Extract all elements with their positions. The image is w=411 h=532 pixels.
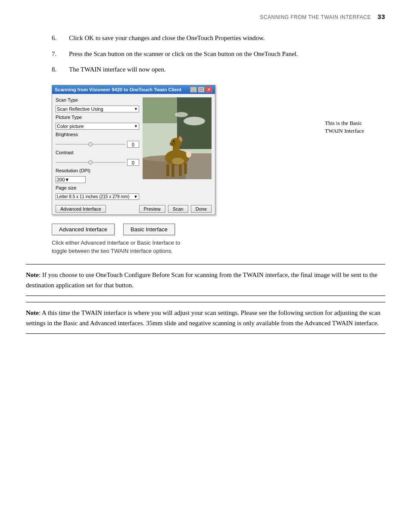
step-number-7: 7. [52,49,65,59]
brightness-slider-row: 0 [56,141,139,148]
step-number-6: 6. [52,33,65,43]
resolution-label: Resolution (DPI) [56,168,139,173]
steps-section: 6. Click OK to save your changes and clo… [52,33,385,75]
picture-type-label: Picture Type [56,115,139,120]
page-size-label: Page size [56,185,139,190]
note-text-1: : If you choose to use OneTouch Configur… [26,271,377,289]
picture-type-value: Color picture [57,124,84,129]
note-text-2: : A this time the TWAIN interface is whe… [26,309,380,327]
page-header: Scanning From the TWAIN Interface 33 [26,13,385,20]
step-text-7: Press the Scan button on the scanner or … [69,49,385,59]
chapter-title: Scanning From the TWAIN Interface [260,14,371,20]
note-box-1: Note: If you choose to use OneTouch Conf… [26,264,385,296]
page-size-arrow: ▼ [134,194,138,199]
svg-point-13 [174,140,175,141]
svg-rect-19 [184,163,187,174]
contrast-track[interactable] [56,162,125,163]
scan-type-value: Scan Reflective Using [57,106,103,112]
step-text-8: The TWAIN interface will now open. [69,65,385,75]
twain-window: Scanning from Visioneer 9420 to OneTouch… [52,85,215,215]
picture-type-select[interactable]: Color picture ▼ [56,123,139,130]
close-button[interactable]: ✕ [206,87,212,93]
step-8: 8. The TWAIN interface will now open. [52,65,385,75]
svg-point-3 [184,117,205,125]
minimize-button[interactable]: _ [190,87,197,93]
done-button[interactable]: Done [191,205,212,213]
twain-footer: Advanced Interface Preview Scan Done [52,203,215,215]
brightness-value[interactable]: 0 [127,141,139,148]
caption-line2: toggle between the two TWAIN interface o… [52,248,173,254]
basic-interface-button[interactable]: Basic Interface [123,224,175,235]
note-label-2: Note [26,309,39,316]
resolution-value: 200 [57,177,65,182]
scan-type-arrow: ▼ [134,107,138,111]
brightness-track[interactable] [56,144,125,145]
page-size-value: Letter 8.5 x 11 inches (215 x 279 mm) [57,194,129,199]
twain-titlebar: Scanning from Visioneer 9420 to OneTouch… [52,85,215,94]
svg-rect-16 [166,164,169,176]
contrast-value[interactable]: 0 [127,159,139,166]
scan-type-label: Scan Type [56,97,139,103]
contrast-thumb[interactable] [88,160,93,165]
resolution-select[interactable]: 200 ▼ [56,176,86,183]
svg-point-21 [172,158,184,165]
step-6: 6. Click OK to save your changes and clo… [52,33,385,43]
advanced-interface-button[interactable]: Advanced Interface [52,224,115,235]
scan-type-select[interactable]: Scan Reflective Using ▼ [56,106,139,112]
contrast-label: Contrast [56,150,139,155]
svg-point-11 [170,142,176,146]
interface-buttons-row: Advanced Interface Basic Interface [52,224,385,235]
page-number: 33 [377,13,385,20]
page-size-select[interactable]: Letter 8.5 x 11 inches (215 x 279 mm) ▼ [56,193,139,200]
screenshot-area: Scanning from Visioneer 9420 to OneTouch… [52,85,368,215]
preview-button[interactable]: Preview [139,205,165,213]
svg-point-4 [175,112,188,117]
note-box-2: Note: A this time the TWAIN interface is… [26,302,385,334]
twain-body: Scan Type Scan Reflective Using ▼ Pictur… [52,94,215,203]
caption-line1: Click either Advanced Interface or Basic… [52,240,180,246]
brightness-thumb[interactable] [88,142,93,146]
contrast-slider-row: 0 [56,159,139,166]
titlebar-controls: _ □ ✕ [190,87,212,93]
scan-button[interactable]: Scan [168,205,188,213]
step-7: 7. Press the Scan button on the scanner … [52,49,385,59]
side-note: This is the Basic TWAIN Interface [325,119,372,135]
advanced-interface-button-inner[interactable]: Advanced Interface [56,205,106,213]
deer-svg [143,97,212,179]
page: Scanning From the TWAIN Interface 33 6. … [0,0,411,532]
svg-rect-17 [171,164,174,177]
step-text-6: Click OK to save your changes and close … [69,33,385,43]
brightness-label: Brightness [56,132,139,137]
twain-title: Scanning from Visioneer 9420 to OneTouch… [55,87,181,92]
picture-type-arrow: ▼ [134,124,138,128]
caption-text: Click either Advanced Interface or Basic… [52,239,385,255]
note-label-1: Note [26,271,39,278]
step-number-8: 8. [52,65,65,75]
resolution-arrow: ▼ [65,177,69,182]
svg-rect-18 [179,164,182,176]
twain-controls: Scan Type Scan Reflective Using ▼ Pictur… [56,97,139,200]
svg-point-20 [186,151,191,158]
restore-button[interactable]: □ [198,87,205,93]
svg-rect-2 [143,97,177,123]
deer-preview [143,97,212,179]
